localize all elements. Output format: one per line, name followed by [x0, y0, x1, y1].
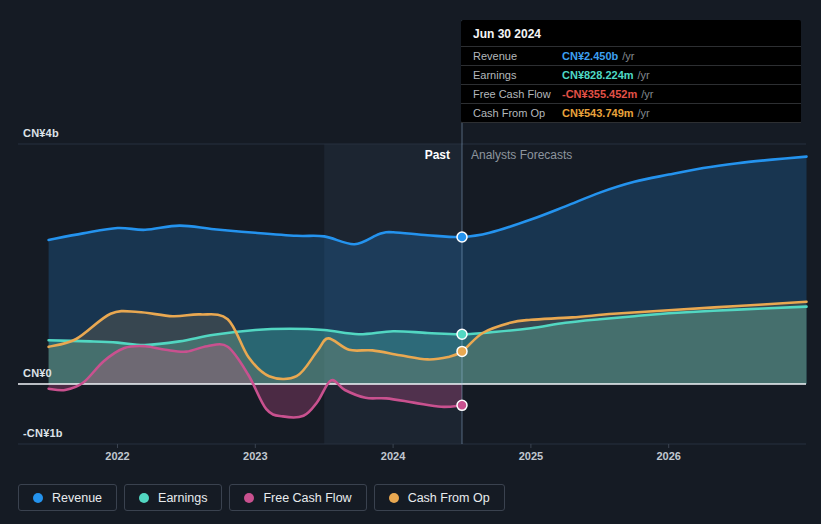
legend-label: Revenue: [52, 491, 102, 505]
tooltip-row-suffix: /yr: [622, 50, 634, 63]
x-axis-label: 2026: [656, 450, 680, 462]
tooltip-row: RevenueCN¥2.450b/yr: [461, 46, 801, 65]
y-axis-label: CN¥4b: [23, 127, 59, 139]
tooltip-row: Cash From OpCN¥543.749m/yr: [461, 103, 801, 123]
legend-color-dot: [139, 493, 149, 503]
tooltip-row: EarningsCN¥828.224m/yr: [461, 65, 801, 84]
plot-area[interactable]: [18, 144, 806, 444]
tooltip-row-value: CN¥543.749m: [562, 107, 634, 120]
tooltip-date: Jun 30 2024: [461, 20, 801, 46]
legend-label: Cash From Op: [408, 491, 490, 505]
x-axis-label: 2025: [519, 450, 543, 462]
tooltip-row-value: CN¥828.224m: [562, 69, 634, 82]
tooltip-row: Free Cash Flow-CN¥355.452m/yr: [461, 84, 801, 103]
tooltip-row-label: Revenue: [473, 50, 562, 63]
tooltip-row-value: CN¥2.450b: [562, 50, 618, 63]
x-axis-label: 2022: [105, 450, 129, 462]
legend-item-revenue[interactable]: Revenue: [18, 484, 117, 511]
legend-item-cash-from-op[interactable]: Cash From Op: [374, 484, 505, 511]
legend-label: Earnings: [158, 491, 207, 505]
tooltip-row-label: Earnings: [473, 69, 562, 82]
tooltip-row-suffix: /yr: [638, 107, 650, 120]
legend-item-free-cash-flow[interactable]: Free Cash Flow: [229, 484, 366, 511]
legend-color-dot: [389, 493, 399, 503]
tooltip-row-label: Free Cash Flow: [473, 88, 562, 101]
tooltip-row-suffix: /yr: [641, 88, 653, 101]
earnings-revenue-chart-widget: CN¥4bCN¥0-CN¥1b 20222023202420252026 Pas…: [0, 0, 821, 524]
hover-tooltip: Jun 30 2024 RevenueCN¥2.450b/yrEarningsC…: [461, 20, 801, 123]
tooltip-row-value: -CN¥355.452m: [562, 88, 637, 101]
y-axis-label: -CN¥1b: [23, 427, 63, 439]
tooltip-rows: RevenueCN¥2.450b/yrEarningsCN¥828.224m/y…: [461, 46, 801, 123]
x-axis-label: 2023: [243, 450, 267, 462]
x-axis-label: 2024: [381, 450, 405, 462]
legend-color-dot: [244, 493, 254, 503]
legend-item-earnings[interactable]: Earnings: [124, 484, 222, 511]
past-zone-label: Past: [425, 148, 450, 162]
legend-color-dot: [33, 493, 43, 503]
legend-label: Free Cash Flow: [263, 491, 351, 505]
page: { "page": { "background": "#151b24" }, "…: [0, 0, 821, 524]
y-axis-label: CN¥0: [23, 367, 52, 379]
forecast-zone-label: Analysts Forecasts: [471, 148, 572, 162]
legend: RevenueEarningsFree Cash FlowCash From O…: [18, 484, 505, 511]
tooltip-row-label: Cash From Op: [473, 107, 562, 120]
tooltip-row-suffix: /yr: [638, 69, 650, 82]
